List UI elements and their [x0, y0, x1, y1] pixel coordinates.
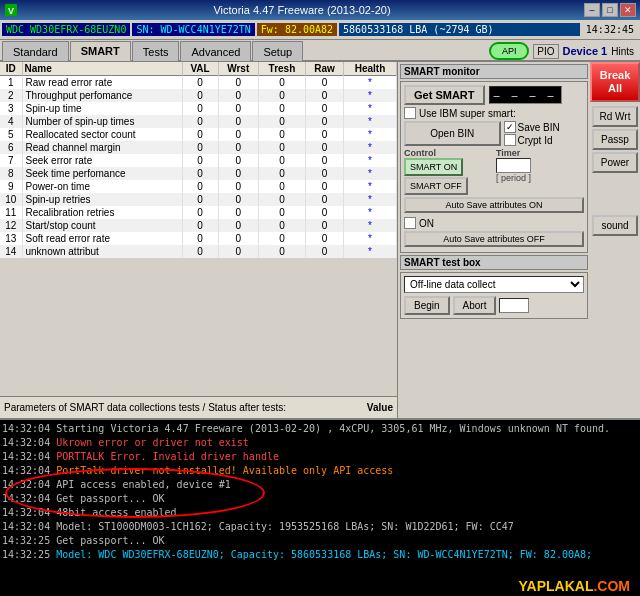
abort-value-input[interactable] [499, 298, 529, 313]
power-button[interactable]: Power [592, 152, 638, 173]
device-label: Device 1 [563, 45, 608, 57]
rd-wrt-button[interactable]: Rd Wrt [592, 106, 638, 127]
cell-id: 7 [0, 154, 22, 167]
begin-button[interactable]: Begin [404, 296, 450, 315]
cell-id: 1 [0, 76, 22, 90]
drive-model[interactable]: WDC WD30EFRX-68EUZN0 [2, 23, 130, 36]
col-val: VAL [182, 62, 218, 76]
cell-tresh: 0 [258, 193, 305, 206]
open-bin-button[interactable]: Open BIN [404, 121, 501, 146]
log-text: Get passport... OK [56, 493, 164, 504]
smart-monitor-box: Get SMART – – – – Use IBM super smart: O… [400, 81, 588, 253]
smart-test-box-section: SMART test box Off-line data collectShor… [400, 255, 588, 319]
cell-raw: 0 [306, 219, 344, 232]
cell-health: * [344, 89, 397, 102]
cell-raw: 0 [306, 102, 344, 115]
passp-button[interactable]: Passp [592, 129, 638, 150]
cell-name: Seek time perfomance [22, 167, 182, 180]
sound-button[interactable]: sound [592, 215, 638, 236]
log-area: 14:32:04 Starting Victoria 4.47 Freeware… [0, 418, 640, 596]
timer-input[interactable]: 60 [496, 158, 531, 173]
get-smart-button[interactable]: Get SMART [404, 85, 485, 105]
abort-button[interactable]: Abort [453, 296, 497, 315]
log-line: 14:32:25 Get passport... OK [2, 534, 638, 548]
table-row: 9 Power-on time 0 0 0 0 * [0, 180, 397, 193]
cell-val: 0 [182, 154, 218, 167]
smart-on-button[interactable]: SMART ON [404, 158, 463, 176]
log-text: PORTTALK Error. Invalid driver handle [56, 451, 279, 462]
cell-wrst: 0 [218, 232, 258, 245]
table-row: 14 unknown attribut 0 0 0 0 * [0, 245, 397, 258]
sound-area: sound [590, 213, 640, 238]
cell-id: 14 [0, 245, 22, 258]
smart-off-button[interactable]: SMART OFF [404, 177, 468, 195]
cell-raw: 0 [306, 141, 344, 154]
log-line: 14:32:04 Ukrown error or driver not exis… [2, 436, 638, 450]
cell-id: 10 [0, 193, 22, 206]
tab-tests[interactable]: Tests [132, 41, 180, 61]
table-row: 11 Recalibration retries 0 0 0 0 * [0, 206, 397, 219]
control-section: Control SMART ON SMART OFF [404, 148, 492, 195]
tab-advanced[interactable]: Advanced [180, 41, 251, 61]
tab-standard[interactable]: Standard [2, 41, 69, 61]
timer-section: Timer 60 [ period ] [496, 148, 584, 195]
log-timestamp: 14:32:04 [2, 479, 50, 490]
smart-monitor-label: SMART monitor [400, 64, 588, 79]
cell-tresh: 0 [258, 245, 305, 258]
on-checkbox[interactable] [404, 217, 416, 229]
cell-name: unknown attribut [22, 245, 182, 258]
log-timestamp: 14:32:04 [2, 437, 50, 448]
cell-raw: 0 [306, 180, 344, 193]
cell-id: 2 [0, 89, 22, 102]
api-button[interactable]: API [489, 42, 529, 60]
log-timestamp: 14:32:04 [2, 493, 50, 504]
log-line: 14:32:04 PORTTALK Error. Invalid driver … [2, 450, 638, 464]
auto-save-on-button[interactable]: Auto Save attributes ON [404, 197, 584, 213]
log-text: PortTalk driver not installed! Available… [56, 465, 393, 476]
svg-text:V: V [8, 6, 14, 16]
log-line: 14:32:04 Get passport... OK [2, 492, 638, 506]
cell-wrst: 0 [218, 245, 258, 258]
cell-raw: 0 [306, 167, 344, 180]
cell-name: Reallocated sector count [22, 128, 182, 141]
table-row: 3 Spin-up time 0 0 0 0 * [0, 102, 397, 115]
cell-raw: 0 [306, 193, 344, 206]
pio-button[interactable]: PIO [533, 44, 558, 59]
cell-name: Throughput perfomance [22, 89, 182, 102]
cell-wrst: 0 [218, 89, 258, 102]
hints-button[interactable]: Hints [611, 46, 634, 57]
ibm-label: Use IBM super smart: [419, 108, 516, 119]
cell-tresh: 0 [258, 154, 305, 167]
break-all-container: BreakAll [590, 62, 640, 102]
cell-wrst: 0 [218, 193, 258, 206]
ibm-checkbox[interactable] [404, 107, 416, 119]
cell-id: 3 [0, 102, 22, 115]
control-timer-row: Control SMART ON SMART OFF Timer 60 [ pe… [404, 148, 584, 195]
begin-abort-row: Begin Abort [404, 296, 584, 315]
test-type-select[interactable]: Off-line data collectShort self-testExte… [404, 276, 584, 293]
cell-health: * [344, 102, 397, 115]
drive-info-bar: WDC WD30EFRX-68EUZN0 SN: WD-WCC4N1YE72TN… [0, 20, 640, 40]
smart-table: ID Name VAL Wrst Tresh Raw Health 1 Raw … [0, 62, 397, 258]
cell-health: * [344, 128, 397, 141]
smart-display: – – – – [489, 86, 562, 104]
tab-smart[interactable]: SMART [70, 41, 131, 61]
break-all-button[interactable]: BreakAll [590, 62, 640, 102]
timer-title: Timer [496, 148, 584, 158]
log-timestamp: 14:32:04 [2, 465, 50, 476]
log-timestamp: 14:32:04 [2, 451, 50, 462]
auto-save-off-button[interactable]: Auto Save attributes OFF [404, 231, 584, 247]
save-bin-checkbox[interactable] [504, 121, 516, 133]
table-row: 2 Throughput perfomance 0 0 0 0 * [0, 89, 397, 102]
close-button[interactable]: ✕ [620, 3, 636, 17]
log-text: API access enabled, device #1 [56, 479, 231, 490]
crypt-id-checkbox[interactable] [504, 134, 516, 146]
log-line: 14:32:04 PortTalk driver not installed! … [2, 464, 638, 478]
cell-val: 0 [182, 180, 218, 193]
maximize-button[interactable]: □ [602, 3, 618, 17]
log-timestamp: 14:32:25 [2, 535, 50, 546]
tab-setup[interactable]: Setup [252, 41, 303, 61]
col-tresh: Tresh [258, 62, 305, 76]
minimize-button[interactable]: – [584, 3, 600, 17]
cell-val: 0 [182, 102, 218, 115]
